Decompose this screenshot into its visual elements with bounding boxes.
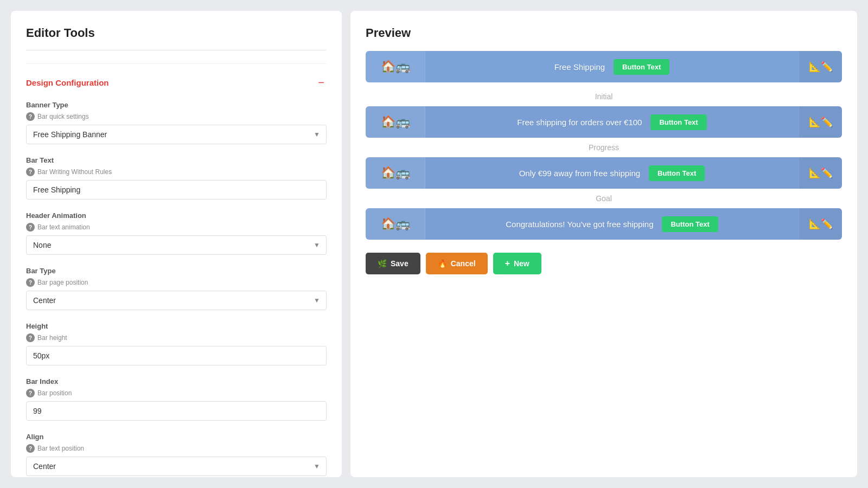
align-field: Align ? Bar text position Center Left Ri… [26,433,327,476]
current-banner-deco-icons: 🏠🚌 [381,60,410,74]
banner-type-hint-icon: ? [26,112,35,121]
bar-text-field: Bar Text ? Bar Writing Without Rules [26,156,327,200]
progress-banner: 🏠🚌 Only €99 away from free shipping Butt… [366,157,842,189]
progress-banner-deco-right-icons: 📐✏️ [809,167,833,179]
header-animation-hint: ? Bar text animation [26,223,327,232]
progress-banner-content: Only €99 away from free shipping Button … [425,165,799,181]
bar-text-hint-icon: ? [26,168,35,176]
initial-banner-deco-right: 📐✏️ [799,106,842,138]
align-hint: ? Bar text position [26,444,327,453]
cancel-label: Cancel [451,259,476,268]
initial-banner-text: Free shipping for orders over €100 [517,118,642,127]
bar-type-label: Bar Type [26,267,327,275]
bar-index-field: Bar Index ? Bar position [26,377,327,421]
goal-banner-deco-right: 📐✏️ [799,208,842,240]
initial-banner: 🏠🚌 Free shipping for orders over €100 Bu… [366,106,842,138]
height-label: Height [26,322,327,330]
initial-banner-deco-right-icons: 📐✏️ [809,116,833,128]
save-button[interactable]: 🌿 Save [366,253,420,274]
current-banner-button[interactable]: Button Text [614,59,669,75]
save-icon: 🌿 [378,259,387,268]
progress-banner-deco-icons: 🏠🚌 [381,166,410,180]
current-banner-text: Free Shipping [554,62,605,72]
bar-index-label: Bar Index [26,377,327,386]
header-animation-field: Header Animation ? Bar text animation No… [26,211,327,255]
initial-banner-content: Free shipping for orders over €100 Butto… [425,114,799,130]
banner-type-hint-text: Bar quick settings [37,113,89,120]
new-label: New [514,259,529,268]
goal-banner-deco-right-icons: 📐✏️ [809,218,833,230]
right-panel: Preview 🏠🚌 Free Shipping Button Text 📐✏️… [350,11,857,477]
collapse-button[interactable]: − [316,77,327,88]
height-field: Height ? Bar height [26,322,327,365]
new-button[interactable]: + New [493,253,541,274]
height-input[interactable] [26,346,327,365]
height-hint-icon: ? [26,333,35,342]
current-banner-content: Free Shipping Button Text [425,59,799,75]
align-hint-icon: ? [26,444,35,453]
panel-title: Editor Tools [26,26,327,50]
header-animation-label: Header Animation [26,211,327,220]
height-hint-text: Bar height [37,334,67,342]
initial-banner-deco-icons: 🏠🚌 [381,115,410,129]
progress-banner-text: Only €99 away from free shipping [519,169,640,178]
goal-section-label: Goal [366,194,842,203]
goal-banner-content: Congratulations! You've got free shippin… [425,216,799,232]
banner-type-select-wrap: Free Shipping Banner Custom Banner Annou… [26,125,327,144]
cancel-icon: 🔥 [438,259,447,268]
current-banner-deco-right: 📐✏️ [799,51,842,82]
align-hint-text: Bar text position [37,445,84,452]
bar-type-field: Bar Type ? Bar page position Center Top … [26,267,327,310]
bar-text-hint-text: Bar Writing Without Rules [37,168,112,176]
header-animation-select-wrap: None Slide Fade Bounce ▼ [26,235,327,255]
goal-banner-deco-left: 🏠🚌 [366,208,425,240]
preview-title: Preview [366,26,842,40]
bar-text-hint: ? Bar Writing Without Rules [26,168,327,176]
goal-banner-button[interactable]: Button Text [662,216,718,232]
bar-type-select-wrap: Center Top Bottom ▼ [26,291,327,310]
initial-banner-deco-left: 🏠🚌 [366,106,425,138]
bar-type-hint-text: Bar page position [37,279,88,286]
initial-banner-button[interactable]: Button Text [650,114,706,130]
align-select-wrap: Center Left Right ▼ [26,457,327,476]
align-select[interactable]: Center Left Right [26,457,327,476]
initial-section-label: Initial [366,92,842,101]
bar-index-hint: ? Bar position [26,389,327,397]
header-animation-select[interactable]: None Slide Fade Bounce [26,235,327,255]
banner-type-select[interactable]: Free Shipping Banner Custom Banner Annou… [26,125,327,144]
bar-index-hint-text: Bar position [37,389,72,397]
progress-banner-deco-right: 📐✏️ [799,157,842,189]
height-hint: ? Bar height [26,333,327,342]
goal-banner-deco-icons: 🏠🚌 [381,217,410,231]
new-icon: + [505,259,510,268]
current-banner-deco-left: 🏠🚌 [366,51,425,82]
bar-text-label: Bar Text [26,156,327,164]
align-label: Align [26,433,327,441]
progress-section-label: Progress [366,143,842,152]
header-animation-hint-text: Bar text animation [37,223,90,231]
banner-type-hint: ? Bar quick settings [26,112,327,121]
bar-text-input[interactable] [26,180,327,200]
bar-index-input[interactable] [26,401,327,421]
cancel-button[interactable]: 🔥 Cancel [426,253,488,274]
save-label: Save [391,259,409,268]
banner-type-field: Banner Type ? Bar quick settings Free Sh… [26,101,327,144]
header-animation-hint-icon: ? [26,223,35,232]
current-banner-deco-right-icons: 📐✏️ [809,61,833,73]
section-title: Design Configuration [26,78,109,87]
left-panel: Editor Tools Design Configuration − Bann… [11,11,342,477]
progress-banner-deco-left: 🏠🚌 [366,157,425,189]
bar-type-hint-icon: ? [26,278,35,287]
bar-type-hint: ? Bar page position [26,278,327,287]
bar-index-hint-icon: ? [26,389,35,397]
banner-type-label: Banner Type [26,101,327,109]
bar-type-select[interactable]: Center Top Bottom [26,291,327,310]
goal-banner-text: Congratulations! You've got free shippin… [506,220,653,229]
goal-banner: 🏠🚌 Congratulations! You've got free ship… [366,208,842,240]
action-buttons: 🌿 Save 🔥 Cancel + New [366,253,842,274]
current-banner: 🏠🚌 Free Shipping Button Text 📐✏️ [366,51,842,82]
progress-banner-button[interactable]: Button Text [649,165,705,181]
section-header: Design Configuration − [26,77,327,88]
